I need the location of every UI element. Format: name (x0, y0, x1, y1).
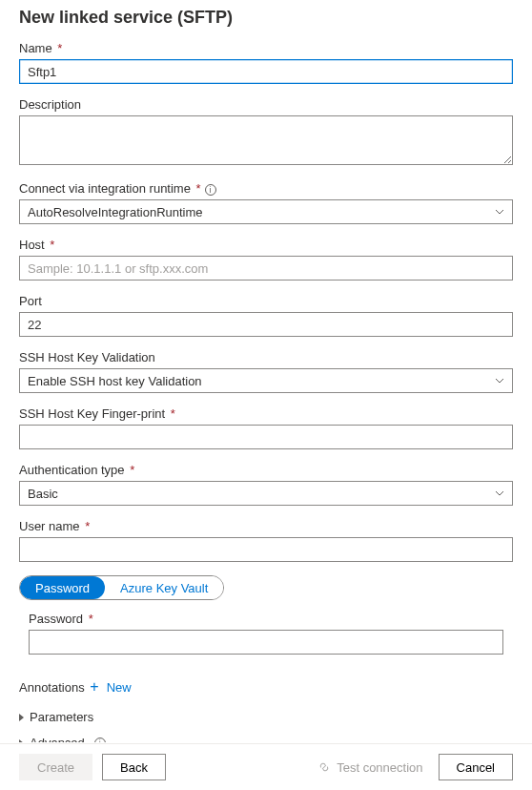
chevron-down-icon (495, 376, 504, 385)
required-marker: * (85, 612, 93, 626)
description-input[interactable] (19, 115, 513, 165)
chevron-right-icon (19, 714, 24, 721)
cancel-button[interactable]: Cancel (439, 754, 513, 780)
link-icon (317, 760, 331, 774)
create-button: Create (19, 754, 92, 780)
runtime-label: Connect via integration runtime *i (19, 181, 216, 196)
annotations-label: Annotations (19, 680, 85, 695)
parameters-label: Parameters (30, 710, 93, 724)
auth-type-label: Authentication type * (19, 463, 134, 477)
name-label: Name * (19, 41, 62, 55)
credential-source-toggle: Password Azure Key Vault (19, 575, 224, 600)
required-marker: * (54, 41, 63, 55)
footer: Create Back Test connection Cancel (0, 743, 532, 790)
required-marker: * (47, 238, 55, 252)
ssh-validation-select[interactable]: Enable SSH host key Validation (19, 368, 513, 393)
host-label: Host * (19, 238, 54, 252)
chevron-down-icon (495, 207, 504, 217)
chevron-right-icon (19, 739, 24, 743)
tab-azure-key-vault[interactable]: Azure Key Vault (105, 576, 223, 599)
host-input[interactable] (19, 256, 513, 281)
username-input[interactable] (19, 537, 513, 562)
username-label: User name * (19, 519, 90, 533)
info-icon[interactable]: i (94, 738, 106, 743)
runtime-select-value: AutoResolveIntegrationRuntime (28, 205, 203, 219)
ssh-fingerprint-input[interactable] (19, 425, 513, 449)
advanced-label: Advanced (30, 736, 85, 742)
parameters-expander[interactable]: Parameters (19, 704, 513, 730)
advanced-expander[interactable]: Advanced i (19, 730, 513, 742)
test-connection-button: Test connection (317, 760, 422, 775)
page-title: New linked service (SFTP) (19, 8, 513, 28)
password-label: Password * (29, 612, 93, 626)
tab-password[interactable]: Password (20, 576, 105, 599)
ssh-validation-label: SSH Host Key Validation (19, 350, 155, 364)
description-label: Description (19, 97, 81, 112)
add-annotation-label: New (107, 680, 132, 695)
port-label: Port (19, 294, 42, 308)
required-marker: * (127, 463, 135, 477)
required-marker: * (167, 406, 175, 421)
name-input[interactable] (19, 59, 513, 84)
required-marker: * (82, 519, 91, 533)
chevron-down-icon (495, 489, 504, 498)
ssh-fingerprint-label: SSH Host Key Finger-print * (19, 406, 175, 421)
auth-type-select[interactable]: Basic (19, 481, 513, 506)
add-annotation-button[interactable]: + New (88, 676, 133, 698)
ssh-validation-select-value: Enable SSH host key Validation (28, 374, 202, 388)
port-input[interactable] (19, 312, 513, 337)
plus-icon: + (90, 679, 98, 695)
back-button[interactable]: Back (102, 754, 166, 780)
auth-type-select-value: Basic (28, 487, 58, 501)
runtime-select[interactable]: AutoResolveIntegrationRuntime (19, 199, 513, 224)
info-icon[interactable]: i (205, 184, 216, 196)
password-input[interactable] (29, 630, 503, 655)
required-marker: * (193, 181, 201, 196)
test-connection-label: Test connection (337, 760, 422, 775)
